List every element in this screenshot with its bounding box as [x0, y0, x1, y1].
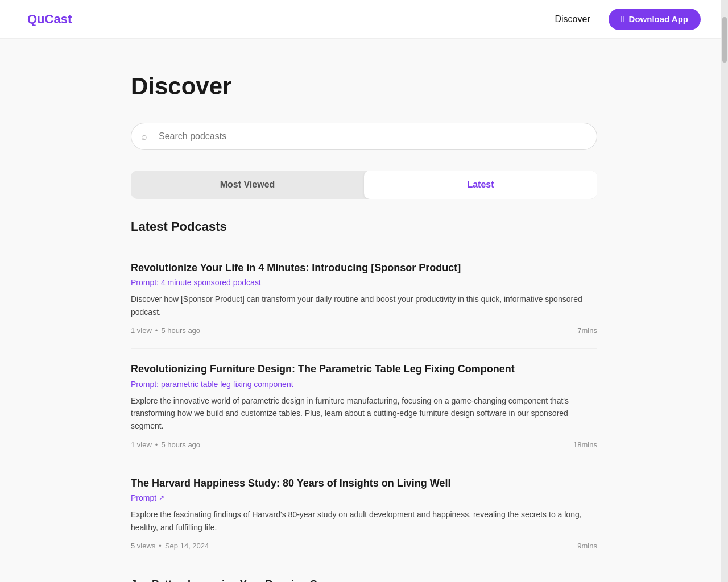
podcast-views: 1 view	[131, 440, 152, 449]
podcast-duration: 18mins	[573, 440, 597, 449]
header-right: Discover  Download App	[555, 9, 701, 30]
podcast-list: Revolutionize Your Life in 4 Minutes: In…	[131, 248, 597, 582]
podcast-prompt[interactable]: Prompt: parametric table leg fixing comp…	[131, 380, 597, 389]
search-input[interactable]	[131, 123, 597, 150]
tabs-container: Most Viewed Latest	[131, 171, 597, 199]
podcast-duration: 7mins	[577, 326, 597, 335]
tab-latest[interactable]: Latest	[364, 171, 597, 199]
podcast-views: 5 views	[131, 542, 155, 550]
dot-separator: •	[155, 440, 158, 449]
podcast-description: Discover how [Sponsor Product] can trans…	[131, 293, 597, 318]
podcast-time: 5 hours ago	[161, 440, 200, 449]
scrollbar[interactable]	[721, 0, 728, 582]
scrollbar-thumb	[722, 17, 727, 63]
page-title: Discover	[131, 73, 597, 100]
main-content: Discover ⌕ Most Viewed Latest Latest Pod…	[119, 39, 609, 582]
list-item: The Harvard Happiness Study: 80 Years of…	[131, 463, 597, 564]
download-app-button[interactable]:  Download App	[609, 9, 701, 30]
podcast-duration: 9mins	[577, 542, 597, 550]
list-item: Revolutionizing Furniture Design: The Pa…	[131, 349, 597, 463]
header: QuCast Discover  Download App	[0, 0, 728, 39]
apple-icon: 	[621, 14, 624, 24]
podcast-prompt[interactable]: Prompt: 4 minute sponsored podcast	[131, 278, 597, 287]
podcast-stats: 1 view • 5 hours ago	[131, 326, 200, 335]
tab-most-viewed[interactable]: Most Viewed	[131, 171, 364, 199]
logo[interactable]: QuCast	[27, 12, 72, 27]
podcast-stats: 1 view • 5 hours ago	[131, 440, 200, 449]
podcast-meta: 1 view • 5 hours ago 7mins	[131, 326, 597, 335]
podcast-title: Jog Better: Improving Your Running Game	[131, 578, 597, 582]
download-app-label: Download App	[629, 14, 688, 24]
podcast-title: The Harvard Happiness Study: 80 Years of…	[131, 477, 597, 490]
podcast-meta: 5 views • Sep 14, 2024 9mins	[131, 542, 597, 550]
search-icon: ⌕	[141, 131, 147, 143]
podcast-stats: 5 views • Sep 14, 2024	[131, 542, 209, 550]
search-container: ⌕	[131, 123, 597, 150]
dot-separator: •	[155, 326, 158, 335]
external-link-icon: ↗	[159, 494, 164, 502]
dot-separator: •	[159, 542, 162, 550]
list-item: Jog Better: Improving Your Running Game …	[131, 564, 597, 582]
podcast-description: Explore the fascinating findings of Harv…	[131, 508, 597, 534]
podcast-description: Explore the innovative world of parametr…	[131, 394, 597, 433]
podcast-views: 1 view	[131, 326, 152, 335]
podcast-title: Revolutionize Your Life in 4 Minutes: In…	[131, 261, 597, 275]
section-title: Latest Podcasts	[131, 219, 597, 234]
list-item: Revolutionize Your Life in 4 Minutes: In…	[131, 248, 597, 349]
podcast-prompt[interactable]: Prompt ↗	[131, 493, 597, 502]
podcast-time: 5 hours ago	[161, 326, 200, 335]
podcast-time: Sep 14, 2024	[165, 542, 209, 550]
podcast-title: Revolutionizing Furniture Design: The Pa…	[131, 363, 597, 376]
nav-discover[interactable]: Discover	[555, 14, 590, 24]
podcast-meta: 1 view • 5 hours ago 18mins	[131, 440, 597, 449]
